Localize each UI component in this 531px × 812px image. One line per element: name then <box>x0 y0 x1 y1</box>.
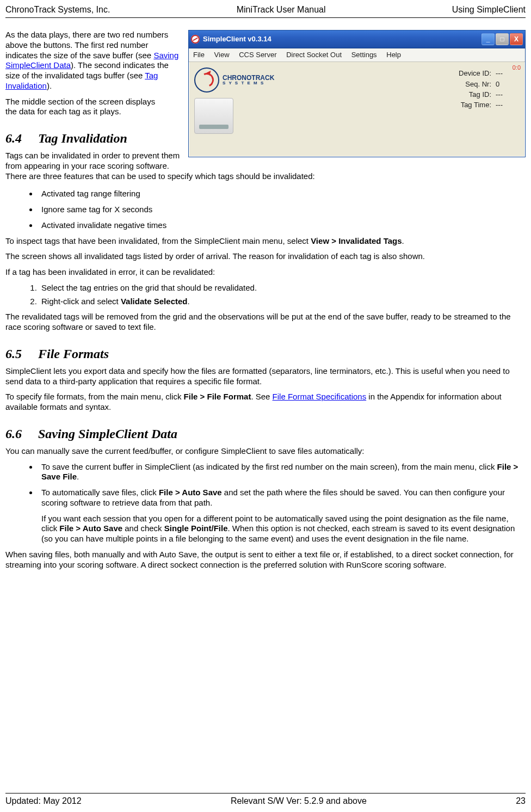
body-paragraph: The revalidated tags will be removed fro… <box>5 312 526 333</box>
buffer-counters: 0:0 <box>513 64 521 72</box>
bullet-list: To save the current buffer in SimpleClie… <box>5 462 526 544</box>
footer-right: 23 <box>516 796 526 807</box>
numbered-list: Select the tag entries on the grid that … <box>5 283 526 307</box>
header-left: ChronoTrack Systems, Inc. <box>5 4 110 15</box>
device-icon <box>194 98 233 134</box>
bullet-list: Activated tag range filtering Ignore sam… <box>5 189 526 230</box>
list-item: Ignore same tag for X seconds <box>38 205 526 215</box>
list-item: Right-click and select Validate Selected… <box>39 297 526 307</box>
app-icon <box>191 35 200 44</box>
menu-settings[interactable]: Settings <box>351 51 377 59</box>
menu-bar: File View CCS Server Direct Socket Out S… <box>189 48 525 62</box>
body-paragraph: To inspect tags that have been invalidat… <box>5 236 526 247</box>
tag-info-panel: Device ID:--- Seq. Nr:0 Tag ID:--- Tag T… <box>448 67 520 111</box>
close-button[interactable]: X <box>510 33 523 45</box>
window-title: SimpleClient v0.3.14 <box>203 35 481 44</box>
body-paragraph: If you want each session that you open f… <box>41 514 526 544</box>
body-paragraph: To specify file formats, from the main m… <box>5 392 526 413</box>
list-item: Select the tag entries on the grid that … <box>39 283 526 293</box>
footer-left: Updated: May 2012 <box>5 796 82 807</box>
minimize-button[interactable]: _ <box>481 33 495 45</box>
link-file-format-specifications[interactable]: File Format Specifications <box>273 392 367 401</box>
body-paragraph: You can manually save the current feed/b… <box>5 446 526 457</box>
heading-file-formats: 6.5File Formats <box>5 346 526 362</box>
body-paragraph: If a tag has been invalidated in error, … <box>5 267 526 278</box>
list-item: Activated tag range filtering <box>38 189 526 199</box>
menu-help[interactable]: Help <box>386 51 401 59</box>
chronotrack-logo-icon <box>194 67 219 93</box>
header-right: Using SimpleClient <box>452 4 526 15</box>
menu-view[interactable]: View <box>214 51 230 59</box>
list-item: To automatically save files, click File … <box>38 488 526 544</box>
page-header: ChronoTrack Systems, Inc. MiniTrack User… <box>5 4 526 18</box>
menu-ccs-server[interactable]: CCS Server <box>239 51 276 59</box>
page-footer: Updated: May 2012 Relevant S/W Ver: 5.2.… <box>5 793 526 807</box>
body-paragraph: SimpleClient lets you export data and sp… <box>5 366 526 387</box>
menu-file[interactable]: File <box>193 51 205 59</box>
heading-saving-simpleclient-data: 6.6Saving SimpleClient Data <box>5 426 526 442</box>
window-titlebar: SimpleClient v0.3.14 _ □ X <box>189 30 525 48</box>
list-item: To save the current buffer in SimpleClie… <box>38 462 526 483</box>
body-paragraph: The middle section of the screen display… <box>5 97 158 118</box>
body-paragraph: When saving files, both manually and wit… <box>5 550 526 570</box>
body-paragraph: The screen shows all invalidated tags li… <box>5 251 526 262</box>
menu-direct-socket-out[interactable]: Direct Socket Out <box>286 51 342 59</box>
chronotrack-logo-text: CHRONOTRACK S Y S T E M S <box>223 75 274 85</box>
footer-center: Relevant S/W Ver: 5.2.9 and above <box>231 796 367 807</box>
list-item: Activated invalidate negative times <box>38 220 526 231</box>
maximize-button[interactable]: □ <box>496 33 509 45</box>
header-center: MiniTrack User Manual <box>237 4 326 15</box>
screenshot-simpleclient: SimpleClient v0.3.14 _ □ X File View CCS… <box>188 30 526 157</box>
